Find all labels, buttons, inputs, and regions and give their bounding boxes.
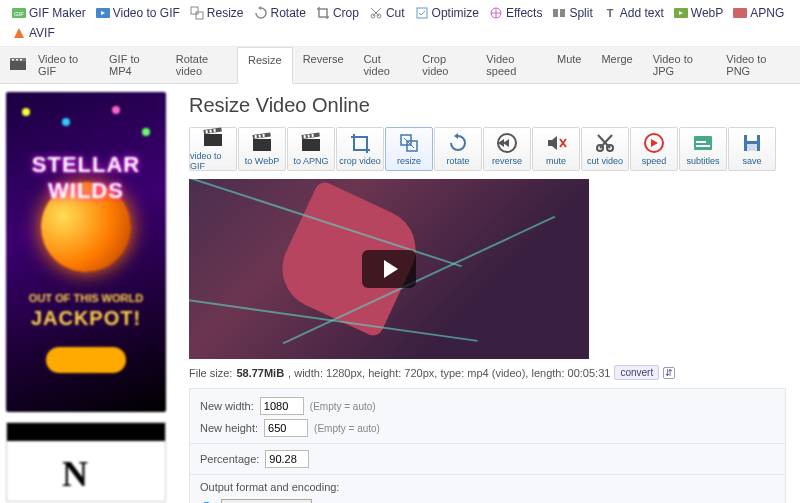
topnav-webp[interactable]: WebP (670, 4, 727, 22)
topnav-video-to-gif[interactable]: Video to GIF (92, 4, 184, 22)
svg-text:T: T (606, 7, 613, 19)
tool-to-webp-button[interactable]: to WebP (238, 127, 286, 171)
tool-label: crop video (339, 156, 381, 166)
svg-rect-50 (696, 141, 706, 143)
svg-rect-27 (213, 129, 215, 132)
tool-speed-button[interactable]: speed (630, 127, 678, 171)
opt-icon (415, 6, 429, 20)
subnav-tab-gif-to-mp4[interactable]: GIF to MP4 (99, 47, 166, 83)
webp-icon (674, 6, 688, 20)
apng-icon (733, 6, 747, 20)
video-preview[interactable] (189, 179, 589, 359)
topnav-rotate[interactable]: Rotate (250, 4, 310, 22)
tool-save-button[interactable]: save (728, 127, 776, 171)
convert-options-icon[interactable]: ⇵ (663, 367, 675, 379)
page-title: Resize Video Online (189, 94, 786, 117)
avif-icon (12, 26, 26, 40)
topnav-optimize[interactable]: Optimize (411, 4, 483, 22)
topnav-label: Crop (333, 6, 359, 20)
topnav-label: Split (569, 6, 592, 20)
tool-subtitles-button[interactable]: subtitles (679, 127, 727, 171)
subnav-tab-rotate-video[interactable]: Rotate video (166, 47, 237, 83)
tool-reverse-button[interactable]: reverse (483, 127, 531, 171)
svg-rect-49 (696, 145, 710, 147)
topnav-crop[interactable]: Crop (312, 4, 363, 22)
svg-marker-47 (651, 139, 658, 147)
tool-rotate-button[interactable]: rotate (434, 127, 482, 171)
rotate2-icon (447, 132, 469, 154)
subnav-tab-video-to-png[interactable]: Video to PNG (716, 47, 792, 83)
tool-video-to-gif-button[interactable]: video to GIF (189, 127, 237, 171)
topnav-effects[interactable]: Effects (485, 4, 546, 22)
svg-rect-37 (311, 134, 313, 137)
topnav-label: Add text (620, 6, 664, 20)
svg-rect-25 (205, 130, 207, 133)
subnav-tab-crop-video[interactable]: Crop video (412, 47, 476, 83)
subnav-tab-video-to-gif[interactable]: Video to GIF (28, 47, 99, 83)
svg-marker-17 (14, 28, 24, 38)
svg-rect-23 (204, 134, 222, 146)
speed-icon (643, 132, 665, 154)
clap-icon (251, 132, 273, 154)
percentage-input[interactable] (265, 450, 309, 468)
tool-label: rotate (446, 156, 469, 166)
subnav-tab-reverse[interactable]: Reverse (293, 47, 354, 83)
topnav-gif-maker[interactable]: GIFGIF Maker (8, 4, 90, 22)
width-input[interactable] (260, 397, 304, 415)
percentage-label: Percentage: (200, 453, 259, 465)
svg-rect-35 (303, 135, 305, 138)
subnav-tab-mute[interactable]: Mute (547, 47, 591, 83)
ad-banner-1[interactable]: STELLARWILDS OUT OF THIS WORLD JACKPOT! (6, 92, 166, 412)
topnav-add-text[interactable]: TAdd text (599, 4, 668, 22)
topnav-label: Cut (386, 6, 405, 20)
sidebar-ads: STELLARWILDS OUT OF THIS WORLD JACKPOT! … (0, 84, 175, 503)
tool-cut-video-button[interactable]: cut video (581, 127, 629, 171)
tool-label: cut video (587, 156, 623, 166)
svg-rect-22 (20, 59, 22, 61)
width-label: New width: (200, 400, 254, 412)
top-nav: GIFGIF MakerVideo to GIFResizeRotateCrop… (0, 0, 800, 47)
subnav-tab-video-speed[interactable]: Video speed (476, 47, 547, 83)
tool-mute-button[interactable]: mute (532, 127, 580, 171)
subnav-tab-cut-video[interactable]: Cut video (354, 47, 413, 83)
text-icon: T (603, 6, 617, 20)
scissors-icon (594, 132, 616, 154)
topnav-label: Video to GIF (113, 6, 180, 20)
svg-rect-33 (302, 139, 320, 151)
subnav-tab-video-to-jpg[interactable]: Video to JPG (643, 47, 717, 83)
clap-icon (202, 127, 224, 149)
svg-rect-12 (560, 9, 565, 17)
sub-nav: Video to GIFGIF to MP4Rotate videoResize… (0, 47, 800, 84)
tool-to-apng-button[interactable]: to APNG (287, 127, 335, 171)
topnav-avif[interactable]: AVIF (8, 24, 59, 42)
ad-banner-2[interactable]: N (6, 422, 166, 502)
tool-resize-button[interactable]: resize (385, 127, 433, 171)
svg-rect-11 (553, 9, 558, 17)
output-select[interactable]: Copy original (221, 499, 312, 503)
topnav-apng[interactable]: APNG (729, 4, 788, 22)
tool-label: save (742, 156, 761, 166)
resize-icon (190, 6, 204, 20)
topnav-label: APNG (750, 6, 784, 20)
subnav-tab-merge[interactable]: Merge (591, 47, 642, 83)
rewind-icon (496, 132, 518, 154)
height-input[interactable] (264, 419, 308, 437)
svg-marker-6 (258, 6, 261, 10)
resize-form: New width: (Empty = auto) New height: (E… (189, 388, 786, 503)
subnav-tab-resize[interactable]: Resize (237, 47, 293, 84)
topnav-split[interactable]: Split (548, 4, 596, 22)
svg-rect-4 (191, 7, 198, 14)
svg-rect-28 (253, 139, 271, 151)
clap-icon (300, 132, 322, 154)
svg-rect-26 (209, 129, 211, 132)
topnav-resize[interactable]: Resize (186, 4, 248, 22)
fx-icon (489, 6, 503, 20)
convert-button[interactable]: convert (614, 365, 659, 380)
tool-crop-video-button[interactable]: crop video (336, 127, 384, 171)
mute-icon (545, 132, 567, 154)
svg-rect-52 (747, 135, 757, 141)
tool-label: mute (546, 156, 566, 166)
play-icon[interactable] (362, 250, 416, 288)
save-icon (741, 132, 763, 154)
topnav-cut[interactable]: Cut (365, 4, 409, 22)
